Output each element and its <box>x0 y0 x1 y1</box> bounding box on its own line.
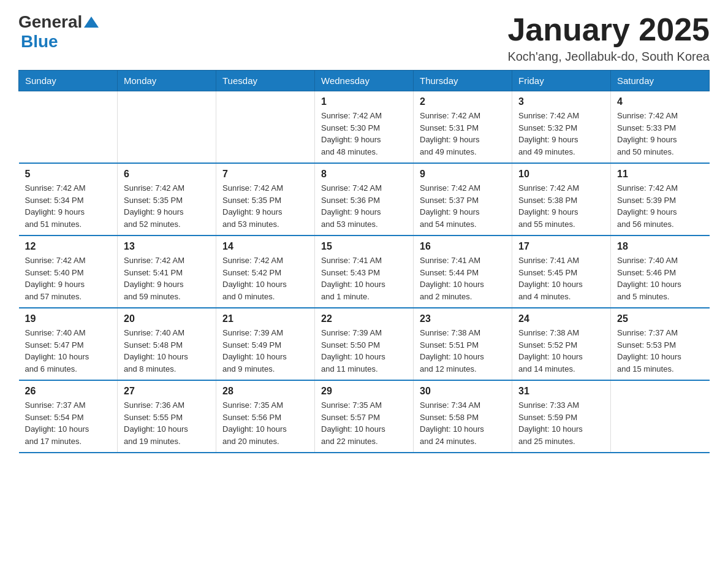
table-row: 14Sunrise: 7:42 AMSunset: 5:42 PMDayligh… <box>216 236 315 308</box>
day-info: Sunrise: 7:42 AMSunset: 5:33 PMDaylight:… <box>617 110 703 158</box>
table-row: 17Sunrise: 7:41 AMSunset: 5:45 PMDayligh… <box>512 236 611 308</box>
table-row: 9Sunrise: 7:42 AMSunset: 5:37 PMDaylight… <box>414 163 512 236</box>
table-row <box>216 91 315 164</box>
calendar-table: Sunday Monday Tuesday Wednesday Thursday… <box>18 70 710 453</box>
calendar-week-row: 12Sunrise: 7:42 AMSunset: 5:40 PMDayligh… <box>19 236 710 308</box>
day-info: Sunrise: 7:34 AMSunset: 5:58 PMDaylight:… <box>420 399 506 447</box>
day-info: Sunrise: 7:42 AMSunset: 5:32 PMDaylight:… <box>518 110 604 158</box>
col-sunday: Sunday <box>19 71 118 91</box>
table-row: 5Sunrise: 7:42 AMSunset: 5:34 PMDaylight… <box>19 163 118 236</box>
table-row: 21Sunrise: 7:39 AMSunset: 5:49 PMDayligh… <box>216 308 315 380</box>
logo-blue-text: Blue <box>21 32 58 51</box>
calendar-title: January 2025 <box>507 12 710 47</box>
table-row <box>118 91 216 164</box>
day-number: 25 <box>617 313 703 324</box>
day-info: Sunrise: 7:36 AMSunset: 5:55 PMDaylight:… <box>124 399 210 447</box>
day-number: 8 <box>321 169 407 180</box>
day-number: 23 <box>420 313 506 324</box>
table-row: 22Sunrise: 7:39 AMSunset: 5:50 PMDayligh… <box>315 308 414 380</box>
table-row: 6Sunrise: 7:42 AMSunset: 5:35 PMDaylight… <box>118 163 216 236</box>
day-info: Sunrise: 7:42 AMSunset: 5:40 PMDaylight:… <box>25 255 112 302</box>
calendar-week-row: 1Sunrise: 7:42 AMSunset: 5:30 PMDaylight… <box>19 91 710 164</box>
day-number: 13 <box>124 241 210 252</box>
day-number: 28 <box>222 386 308 397</box>
col-monday: Monday <box>118 71 216 91</box>
logo: General Blue <box>18 12 99 52</box>
title-block: January 2025 Koch'ang, Jeollabuk-do, Sou… <box>507 12 710 64</box>
table-row: 12Sunrise: 7:42 AMSunset: 5:40 PMDayligh… <box>19 236 118 308</box>
day-number: 27 <box>124 386 210 397</box>
day-info: Sunrise: 7:42 AMSunset: 5:31 PMDaylight:… <box>420 110 506 158</box>
col-wednesday: Wednesday <box>315 71 414 91</box>
day-number: 18 <box>617 241 703 252</box>
day-number: 24 <box>518 313 604 324</box>
table-row: 18Sunrise: 7:40 AMSunset: 5:46 PMDayligh… <box>611 236 710 308</box>
day-number: 5 <box>25 169 112 180</box>
day-number: 29 <box>321 386 407 397</box>
calendar-header-row: Sunday Monday Tuesday Wednesday Thursday… <box>19 71 710 91</box>
day-info: Sunrise: 7:35 AMSunset: 5:57 PMDaylight:… <box>321 399 407 447</box>
table-row: 23Sunrise: 7:38 AMSunset: 5:51 PMDayligh… <box>414 308 512 380</box>
table-row: 13Sunrise: 7:42 AMSunset: 5:41 PMDayligh… <box>118 236 216 308</box>
day-info: Sunrise: 7:40 AMSunset: 5:48 PMDaylight:… <box>124 327 210 375</box>
table-row: 1Sunrise: 7:42 AMSunset: 5:30 PMDaylight… <box>315 91 414 164</box>
day-number: 10 <box>518 169 604 180</box>
day-number: 21 <box>222 313 308 324</box>
table-row: 24Sunrise: 7:38 AMSunset: 5:52 PMDayligh… <box>512 308 611 380</box>
table-row <box>19 91 118 164</box>
table-row: 29Sunrise: 7:35 AMSunset: 5:57 PMDayligh… <box>315 380 414 453</box>
day-info: Sunrise: 7:35 AMSunset: 5:56 PMDaylight:… <box>222 399 308 447</box>
table-row: 26Sunrise: 7:37 AMSunset: 5:54 PMDayligh… <box>19 380 118 453</box>
table-row: 11Sunrise: 7:42 AMSunset: 5:39 PMDayligh… <box>611 163 710 236</box>
page-header: General Blue January 2025 Koch'ang, Jeol… <box>18 12 710 64</box>
day-number: 1 <box>321 96 407 107</box>
day-number: 22 <box>321 313 407 324</box>
calendar-subtitle: Koch'ang, Jeollabuk-do, South Korea <box>507 50 710 64</box>
day-number: 17 <box>518 241 604 252</box>
table-row: 8Sunrise: 7:42 AMSunset: 5:36 PMDaylight… <box>315 163 414 236</box>
day-info: Sunrise: 7:40 AMSunset: 5:46 PMDaylight:… <box>617 255 703 302</box>
day-info: Sunrise: 7:40 AMSunset: 5:47 PMDaylight:… <box>25 327 112 375</box>
logo-general-text: General <box>18 12 82 32</box>
day-info: Sunrise: 7:37 AMSunset: 5:53 PMDaylight:… <box>617 327 703 375</box>
day-number: 16 <box>420 241 506 252</box>
table-row: 28Sunrise: 7:35 AMSunset: 5:56 PMDayligh… <box>216 380 315 453</box>
day-info: Sunrise: 7:42 AMSunset: 5:41 PMDaylight:… <box>124 255 210 302</box>
table-row: 30Sunrise: 7:34 AMSunset: 5:58 PMDayligh… <box>414 380 512 453</box>
table-row: 4Sunrise: 7:42 AMSunset: 5:33 PMDaylight… <box>611 91 710 164</box>
table-row: 19Sunrise: 7:40 AMSunset: 5:47 PMDayligh… <box>19 308 118 380</box>
col-saturday: Saturday <box>611 71 710 91</box>
day-number: 3 <box>518 96 604 107</box>
day-number: 7 <box>222 169 308 180</box>
day-info: Sunrise: 7:41 AMSunset: 5:43 PMDaylight:… <box>321 255 407 302</box>
logo-triangle-icon <box>84 17 99 28</box>
day-number: 4 <box>617 96 703 107</box>
day-info: Sunrise: 7:42 AMSunset: 5:35 PMDaylight:… <box>222 182 308 230</box>
day-number: 6 <box>124 169 210 180</box>
calendar-week-row: 5Sunrise: 7:42 AMSunset: 5:34 PMDaylight… <box>19 163 710 236</box>
table-row: 25Sunrise: 7:37 AMSunset: 5:53 PMDayligh… <box>611 308 710 380</box>
table-row: 2Sunrise: 7:42 AMSunset: 5:31 PMDaylight… <box>414 91 512 164</box>
day-number: 14 <box>222 241 308 252</box>
day-info: Sunrise: 7:42 AMSunset: 5:38 PMDaylight:… <box>518 182 604 230</box>
table-row: 7Sunrise: 7:42 AMSunset: 5:35 PMDaylight… <box>216 163 315 236</box>
day-number: 31 <box>518 386 604 397</box>
day-number: 26 <box>25 386 112 397</box>
col-tuesday: Tuesday <box>216 71 315 91</box>
day-info: Sunrise: 7:42 AMSunset: 5:30 PMDaylight:… <box>321 110 407 158</box>
table-row <box>611 380 710 453</box>
table-row: 3Sunrise: 7:42 AMSunset: 5:32 PMDaylight… <box>512 91 611 164</box>
calendar-week-row: 26Sunrise: 7:37 AMSunset: 5:54 PMDayligh… <box>19 380 710 453</box>
table-row: 15Sunrise: 7:41 AMSunset: 5:43 PMDayligh… <box>315 236 414 308</box>
day-info: Sunrise: 7:42 AMSunset: 5:39 PMDaylight:… <box>617 182 703 230</box>
table-row: 27Sunrise: 7:36 AMSunset: 5:55 PMDayligh… <box>118 380 216 453</box>
day-info: Sunrise: 7:42 AMSunset: 5:36 PMDaylight:… <box>321 182 407 230</box>
day-info: Sunrise: 7:41 AMSunset: 5:44 PMDaylight:… <box>420 255 506 302</box>
table-row: 20Sunrise: 7:40 AMSunset: 5:48 PMDayligh… <box>118 308 216 380</box>
table-row: 10Sunrise: 7:42 AMSunset: 5:38 PMDayligh… <box>512 163 611 236</box>
col-friday: Friday <box>512 71 611 91</box>
day-number: 11 <box>617 169 703 180</box>
day-number: 9 <box>420 169 506 180</box>
day-number: 2 <box>420 96 506 107</box>
day-info: Sunrise: 7:39 AMSunset: 5:49 PMDaylight:… <box>222 327 308 375</box>
